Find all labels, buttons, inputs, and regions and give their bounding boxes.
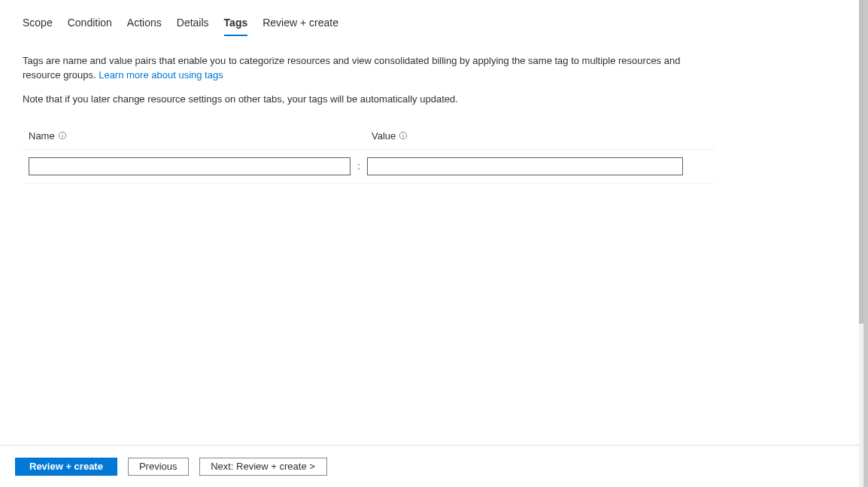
tag-row: : <box>23 150 715 184</box>
tabs-bar: Scope Condition Actions Details Tags Rev… <box>23 0 841 36</box>
tab-review-create[interactable]: Review + create <box>263 17 338 32</box>
learn-more-link[interactable]: Learn more about using tags <box>99 69 223 81</box>
info-icon[interactable] <box>58 131 67 140</box>
tab-tags[interactable]: Tags <box>224 17 248 32</box>
value-header-label: Value <box>372 130 396 142</box>
svg-point-5 <box>403 133 404 134</box>
tags-note: Note that if you later change resource s… <box>23 93 715 105</box>
name-header-label: Name <box>29 130 55 142</box>
column-header-value: Value <box>370 130 715 142</box>
tag-separator: : <box>351 160 367 172</box>
info-icon[interactable] <box>399 131 408 140</box>
svg-point-2 <box>62 133 62 134</box>
tags-table: Name Value <box>23 130 715 184</box>
tags-headers: Name Value <box>23 130 715 150</box>
next-button[interactable]: Next: Review + create > <box>199 458 327 476</box>
tab-actions[interactable]: Actions <box>127 17 162 32</box>
column-header-name: Name <box>23 130 358 142</box>
tag-name-input[interactable] <box>29 157 351 175</box>
tab-details[interactable]: Details <box>177 17 209 32</box>
review-create-button[interactable]: Review + create <box>15 458 117 476</box>
previous-button[interactable]: Previous <box>128 458 189 476</box>
tags-description: Tags are name and value pairs that enabl… <box>23 54 715 83</box>
tab-condition[interactable]: Condition <box>68 17 112 32</box>
tab-scope[interactable]: Scope <box>23 17 53 32</box>
wizard-footer: Review + create Previous Next: Review + … <box>0 445 859 487</box>
tag-value-input[interactable] <box>367 157 683 175</box>
